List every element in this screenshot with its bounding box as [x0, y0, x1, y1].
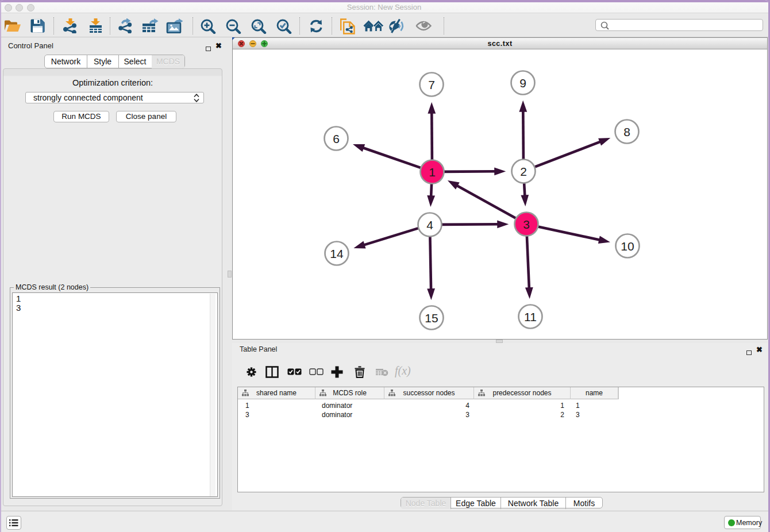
svg-text:4: 4 [426, 218, 433, 232]
svg-text:7: 7 [428, 78, 435, 91]
svg-text:9: 9 [519, 76, 526, 90]
svg-text:11: 11 [524, 310, 537, 323]
svg-text:6: 6 [333, 132, 340, 145]
svg-text:10: 10 [621, 240, 634, 253]
svg-text:14: 14 [330, 247, 344, 260]
svg-text:1: 1 [429, 165, 436, 179]
svg-text:15: 15 [425, 311, 438, 325]
svg-text:2: 2 [520, 165, 527, 178]
svg-text:3: 3 [523, 218, 530, 231]
svg-text:8: 8 [623, 125, 630, 138]
